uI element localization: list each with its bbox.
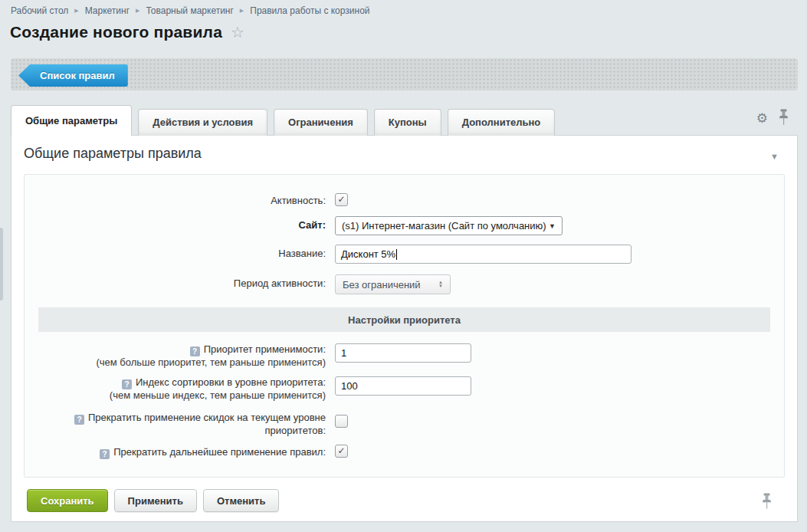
help-icon[interactable]: ?: [190, 346, 200, 356]
priority-label: ?Приоритет применимости: (чем больше при…: [25, 343, 335, 369]
favorite-star-icon[interactable]: ☆: [231, 23, 244, 41]
pin-icon[interactable]: [762, 493, 772, 513]
rules-list-button[interactable]: Список правил: [18, 64, 128, 87]
period-dropdown[interactable]: Без ограничений ▲▼: [335, 274, 451, 294]
form-fieldset: Активность: ✓ Сайт: (s1) Интернет-магази…: [24, 174, 785, 478]
sidebar-resize-handle[interactable]: [0, 228, 3, 300]
save-button[interactable]: Сохранить: [27, 489, 108, 512]
tab-general-parameters[interactable]: Общие параметры: [11, 105, 132, 136]
priority-hint: (чем больше приоритет, тем раньше примен…: [25, 356, 326, 369]
name-row: Название: Дисконт 5%: [25, 245, 784, 264]
period-row: Период активности: Без ограничений ▲▼: [25, 274, 784, 294]
period-label: Период активности:: [25, 274, 335, 290]
activity-checkbox[interactable]: ✓: [335, 193, 348, 206]
period-dropdown-value: Без ограничений: [343, 279, 421, 291]
breadcrumb-separator-icon: ▶: [74, 8, 78, 14]
toolbar: Список правил: [11, 58, 798, 90]
name-label: Название:: [25, 245, 335, 260]
page-title: Создание нового правила: [10, 23, 222, 41]
apply-button[interactable]: Применить: [114, 489, 197, 512]
name-input[interactable]: Дисконт 5%: [335, 245, 631, 264]
settings-gear-icon[interactable]: ⚙: [756, 113, 768, 125]
breadcrumb-separator-icon: ▶: [136, 8, 139, 14]
sort-index-label: ?Индекс сортировки в уровне приоритета: …: [25, 376, 335, 402]
form-panel: Общие параметры правила ▼ Активность: ✓ …: [11, 135, 798, 522]
stop-current-level-label: ?Прекратить применение скидок на текущем…: [25, 412, 335, 437]
breadcrumb: Рабочий стол ▶ Маркетинг ▶ Товарный марк…: [11, 5, 370, 16]
help-icon[interactable]: ?: [100, 449, 110, 459]
priority-row: ?Приоритет применимости: (чем больше при…: [25, 343, 784, 369]
priority-input[interactable]: 1: [335, 343, 471, 363]
site-select[interactable]: (s1) Интернет-магазин (Сайт по умолчанию…: [335, 216, 563, 235]
section-collapse-icon[interactable]: ▼: [770, 152, 779, 161]
site-select-value: (s1) Интернет-магазин (Сайт по умолчанию…: [342, 220, 546, 232]
breadcrumb-separator-icon: ▶: [240, 8, 244, 14]
activity-label: Активность:: [25, 192, 335, 207]
pin-icon-graphic: [779, 109, 789, 126]
tab-coupons[interactable]: Купоны: [374, 109, 441, 136]
sort-index-row: ?Индекс сортировки в уровне приоритета: …: [25, 376, 784, 402]
spinner-arrows-icon: ▲▼: [438, 281, 443, 288]
sort-index-input-value: 100: [341, 380, 358, 392]
chevron-down-icon: ▼: [549, 222, 556, 230]
pin-icon[interactable]: [779, 109, 789, 129]
breadcrumb-item-marketing[interactable]: Маркетинг: [85, 5, 130, 16]
tab-bar: Общие параметры Действия и условия Огран…: [11, 105, 561, 136]
site-row: Сайт: (s1) Интернет-магазин (Сайт по умо…: [25, 216, 784, 235]
help-icon[interactable]: ?: [122, 379, 132, 389]
activity-row: Активность: ✓: [25, 192, 784, 207]
name-input-value: Дисконт 5%: [341, 248, 395, 260]
pin-icon-graphic: [762, 493, 772, 510]
tab-restrictions[interactable]: Ограничения: [274, 109, 368, 136]
breadcrumb-item-product-marketing[interactable]: Товарный маркетинг: [146, 5, 233, 16]
section-title: Общие параметры правила: [24, 146, 202, 162]
site-label: Сайт:: [25, 216, 335, 232]
stop-further-row: ?Прекратить дальнейшее применение правил…: [25, 443, 784, 459]
cancel-button[interactable]: Отменить: [203, 489, 280, 512]
help-icon[interactable]: ?: [74, 415, 84, 425]
tab-additional[interactable]: Дополнительно: [448, 109, 556, 136]
breadcrumb-item-cart-rules[interactable]: Правила работы с корзиной: [250, 5, 369, 16]
priority-input-value: 1: [341, 347, 346, 359]
stop-current-level-checkbox[interactable]: [335, 415, 348, 428]
footer-button-bar: Сохранить Применить Отменить: [27, 489, 279, 512]
sort-index-input[interactable]: 100: [335, 376, 471, 396]
breadcrumb-item-desktop[interactable]: Рабочий стол: [11, 5, 68, 16]
sort-index-hint: (чем меньше индекс, тем раньше применитс…: [25, 389, 326, 402]
stop-current-level-row: ?Прекратить применение скидок на текущем…: [25, 412, 784, 437]
priority-settings-header: Настройки приоритета: [38, 307, 770, 332]
stop-further-label: ?Прекратить дальнейшее применение правил…: [25, 443, 335, 459]
stop-further-checkbox[interactable]: ✓: [335, 445, 348, 458]
tab-actions-conditions[interactable]: Действия и условия: [138, 109, 267, 136]
text-caret: [396, 249, 397, 260]
